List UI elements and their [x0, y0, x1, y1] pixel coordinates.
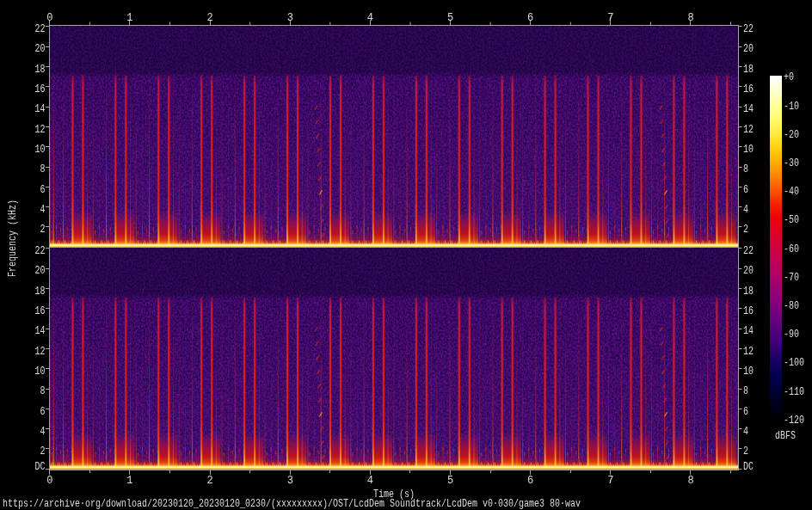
svg-text:+0: +0	[784, 71, 794, 83]
svg-text:-30: -30	[784, 157, 799, 169]
svg-text:-90: -90	[784, 329, 799, 341]
svg-text:14: 14	[35, 325, 46, 337]
svg-text:2: 2	[40, 445, 46, 458]
svg-text:7: 7	[607, 475, 613, 487]
svg-text:4: 4	[367, 475, 373, 487]
svg-text:4: 4	[40, 204, 46, 216]
svg-text:DC: DC	[743, 461, 754, 473]
svg-text:0: 0	[46, 475, 52, 487]
svg-text:8: 8	[40, 163, 46, 175]
svg-text:-40: -40	[784, 186, 799, 198]
svg-text:1: 1	[126, 12, 132, 24]
svg-text:-110: -110	[784, 386, 804, 398]
svg-text:10: 10	[743, 144, 754, 156]
svg-text:14: 14	[35, 103, 46, 115]
svg-text:12: 12	[35, 124, 46, 136]
svg-text:-60: -60	[784, 243, 799, 255]
svg-text:22: 22	[743, 245, 754, 257]
svg-text:3: 3	[287, 475, 293, 487]
svg-text:16: 16	[743, 83, 754, 95]
svg-text:-100: -100	[784, 357, 804, 369]
svg-text:10: 10	[743, 366, 754, 378]
svg-text:8: 8	[687, 12, 693, 24]
svg-text:18: 18	[743, 286, 754, 298]
svg-text:4: 4	[367, 12, 373, 24]
svg-text:18: 18	[743, 64, 754, 76]
svg-text:16: 16	[743, 305, 754, 317]
svg-text:2: 2	[40, 224, 46, 236]
svg-text:22: 22	[35, 245, 46, 257]
svg-text:18: 18	[35, 286, 46, 298]
svg-text:18: 18	[35, 64, 46, 76]
svg-text:0: 0	[46, 12, 52, 24]
svg-text:12: 12	[743, 124, 754, 136]
svg-text:-20: -20	[784, 129, 799, 141]
svg-text:16: 16	[35, 305, 46, 317]
svg-text:7: 7	[607, 12, 613, 24]
svg-text:8: 8	[743, 163, 748, 175]
svg-text:2: 2	[743, 224, 748, 236]
svg-text:8: 8	[40, 385, 46, 397]
svg-text:3: 3	[287, 12, 293, 24]
svg-text:22: 22	[743, 23, 754, 35]
svg-text:8: 8	[687, 475, 693, 487]
svg-text:14: 14	[743, 325, 754, 337]
svg-text:2: 2	[743, 445, 748, 458]
svg-text:20: 20	[35, 265, 46, 277]
svg-text:6: 6	[743, 406, 748, 418]
svg-text:5: 5	[447, 475, 453, 487]
svg-text:-80: -80	[784, 300, 799, 312]
svg-text:6: 6	[527, 12, 533, 24]
svg-text:8: 8	[743, 385, 748, 397]
svg-text:2: 2	[206, 475, 212, 487]
svg-text:6: 6	[743, 184, 748, 196]
svg-text:16: 16	[35, 83, 46, 95]
svg-text:https://archive·org/download/2: https://archive·org/download/20230120_20…	[3, 498, 581, 510]
svg-text:DC: DC	[35, 461, 46, 473]
svg-text:Frequency (kHz): Frequency (kHz)	[7, 200, 19, 277]
svg-text:14: 14	[743, 103, 754, 115]
svg-text:-120: -120	[784, 415, 804, 427]
svg-text:12: 12	[743, 346, 754, 358]
svg-text:1: 1	[126, 475, 132, 487]
svg-text:10: 10	[35, 366, 46, 378]
svg-text:2: 2	[206, 12, 212, 24]
svg-text:4: 4	[743, 204, 748, 216]
svg-text:-70: -70	[784, 272, 799, 284]
svg-text:20: 20	[743, 265, 754, 277]
svg-text:-50: -50	[784, 214, 799, 226]
svg-text:10: 10	[35, 144, 46, 156]
svg-text:20: 20	[35, 43, 46, 55]
svg-text:12: 12	[35, 346, 46, 358]
svg-text:4: 4	[743, 426, 748, 438]
svg-text:dBFS: dBFS	[775, 430, 796, 442]
svg-text:20: 20	[743, 43, 754, 55]
svg-text:22: 22	[35, 23, 46, 35]
svg-text:6: 6	[40, 406, 46, 418]
svg-text:-10: -10	[784, 101, 799, 113]
svg-text:6: 6	[40, 184, 46, 196]
svg-text:4: 4	[40, 426, 46, 438]
svg-text:5: 5	[447, 12, 453, 24]
svg-text:6: 6	[527, 475, 533, 487]
